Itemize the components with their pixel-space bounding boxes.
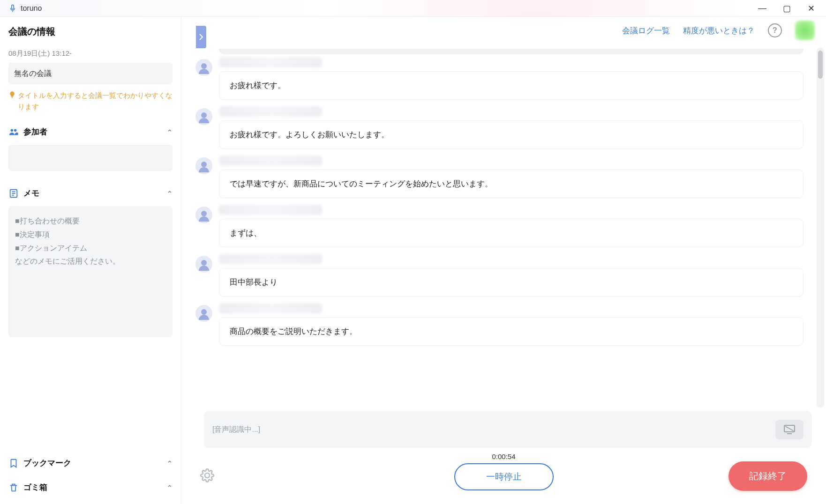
trash-icon (8, 482, 19, 493)
transcript-text[interactable]: お疲れ様です。よろしくお願いいたします。 (219, 120, 803, 149)
transcript-text[interactable]: 商品の概要をご説明いただきます。 (219, 317, 803, 346)
section-trash-label: ゴミ箱 (23, 482, 47, 493)
pause-button[interactable]: 一時停止 (454, 463, 554, 490)
topbar: 会議ログ一覧 精度が悪いときは？ ? (181, 17, 826, 44)
mic-icon (8, 4, 17, 13)
section-participants-label: 参加者 (23, 126, 47, 137)
transcript-message: 田中部長より (195, 254, 803, 296)
content: 会議ログ一覧 精度が悪いときは？ ? お疲れ様です。お疲れ様です。よろしくお願い… (181, 17, 826, 504)
transcript-text[interactable]: お疲れ様です。 (219, 71, 803, 100)
lightbulb-icon (8, 91, 16, 98)
sidebar: 会議の情報 08月19日(土) 13:12- タイトルを入力すると会議一覧でわか… (0, 17, 181, 504)
gear-icon (200, 468, 214, 482)
transcript-message: お疲れ様です。 (195, 57, 803, 100)
section-bookmark[interactable]: ブックマーク ⌃ (8, 451, 173, 475)
title-hint: タイトルを入力すると会議一覧でわかりやすくなります (8, 90, 173, 112)
transcript-message: まずは、 (195, 205, 803, 247)
transcript-area: お疲れ様です。お疲れ様です。よろしくお願いいたします。では早速ですが、新商品につ… (181, 44, 826, 411)
app-name: toruno (21, 4, 42, 13)
speaker-avatar (195, 256, 212, 273)
footer-controls: 0:00:54 一時停止 記録終了 (181, 448, 826, 504)
meeting-log-list-link[interactable]: 会議ログ一覧 (622, 25, 670, 36)
svg-line-5 (785, 426, 794, 431)
memo-placeholder-line: ■アクションアイテム (15, 242, 166, 255)
titlebar: toruno — ▢ ✕ (0, 0, 826, 17)
speaker-name-redacted (219, 254, 322, 264)
note-icon (8, 188, 19, 199)
user-avatar[interactable] (795, 21, 815, 40)
sidebar-title: 会議の情報 (8, 25, 173, 38)
transcript-text[interactable]: 田中部長より (219, 268, 803, 296)
chevron-up-icon: ⌃ (167, 128, 173, 136)
speaker-name-redacted (219, 303, 322, 313)
scrollbar-thumb[interactable] (818, 51, 823, 79)
speaker-name-redacted (219, 57, 322, 67)
meeting-datetime: 08月19日(土) 13:12- (8, 49, 173, 58)
speaker-avatar (195, 157, 212, 174)
app-brand: toruno (8, 4, 42, 13)
people-icon (8, 127, 19, 137)
meeting-title-input[interactable] (8, 63, 173, 84)
transcript-message: では早速ですが、新商品についてのミーティングを始めたいと思います。 (195, 156, 803, 198)
accuracy-help-link[interactable]: 精度が悪いときは？ (683, 25, 755, 36)
collapse-sidebar-button[interactable] (196, 26, 206, 48)
transcript-scrollbar[interactable] (817, 48, 824, 408)
memo-textarea[interactable]: ■打ち合わせの概要 ■決定事項 ■アクションアイテム などのメモにご活用ください… (8, 206, 173, 337)
transcript-message: 商品の概要をご説明いただきます。 (195, 303, 803, 346)
screenshare-button[interactable] (775, 420, 803, 439)
help-button[interactable]: ? (768, 23, 782, 37)
speaker-name-redacted (219, 205, 322, 215)
transcript-text[interactable]: まずは、 (219, 219, 803, 247)
chevron-up-icon: ⌃ (167, 460, 173, 467)
section-memo[interactable]: メモ ⌃ (8, 184, 173, 202)
chevron-up-icon: ⌃ (167, 190, 173, 197)
title-hint-text: タイトルを入力すると会議一覧でわかりやすくなります (18, 90, 173, 112)
minimize-button[interactable]: — (756, 3, 769, 14)
speaker-avatar (195, 108, 212, 125)
memo-placeholder-line: ■決定事項 (15, 228, 166, 242)
memo-placeholder-line: などのメモにご活用ください。 (15, 255, 166, 268)
transcript-text[interactable]: では早速ですが、新商品についてのミーティングを始めたいと思います。 (219, 170, 803, 198)
speech-input-bar: [音声認識中...] (204, 411, 812, 448)
settings-button[interactable] (200, 468, 214, 484)
section-bookmark-label: ブックマーク (23, 458, 71, 468)
center-controls: 0:00:54 一時停止 (454, 452, 554, 490)
section-trash[interactable]: ゴミ箱 ⌃ (8, 475, 173, 499)
speaker-name-redacted (219, 156, 322, 166)
speaker-avatar (195, 59, 212, 76)
close-button[interactable]: ✕ (804, 3, 818, 14)
stop-recording-button[interactable]: 記録終了 (728, 461, 807, 491)
recognizing-status: [音声認識中...] (212, 425, 260, 435)
chevron-right-icon (199, 34, 203, 40)
section-memo-label: メモ (23, 188, 39, 199)
speaker-avatar (195, 305, 212, 322)
transcript-scroll[interactable]: お疲れ様です。お疲れ様です。よろしくお願いいたします。では早速ですが、新商品につ… (181, 44, 826, 411)
memo-placeholder-line: ■打ち合わせの概要 (15, 215, 166, 228)
participants-body[interactable] (8, 145, 173, 171)
section-participants[interactable]: 参加者 ⌃ (8, 123, 173, 141)
speaker-avatar (195, 207, 212, 223)
transcript-message: お疲れ様です。よろしくお願いいたします。 (195, 106, 803, 149)
previous-bubble-edge (219, 49, 803, 54)
chevron-up-icon: ⌃ (167, 484, 173, 491)
window-controls: — ▢ ✕ (756, 3, 822, 14)
maximize-button[interactable]: ▢ (780, 3, 793, 14)
bookmark-icon (8, 458, 19, 468)
speaker-name-redacted (219, 106, 322, 117)
recording-timer: 0:00:54 (454, 452, 554, 460)
screenshare-icon (784, 425, 795, 434)
